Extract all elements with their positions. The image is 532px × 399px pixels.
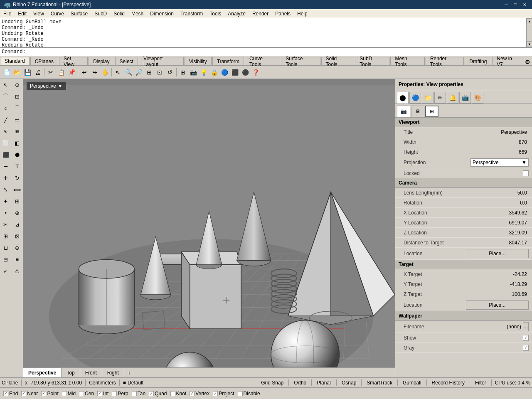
menu-solid[interactable]: Solid bbox=[110, 9, 128, 18]
scroll-down[interactable]: ▼ bbox=[527, 41, 532, 47]
select-tool[interactable]: ↖ bbox=[0, 79, 12, 91]
tab-display[interactable]: Display bbox=[89, 57, 114, 65]
menu-file[interactable]: File bbox=[0, 9, 15, 18]
snap-disable-checkbox[interactable] bbox=[238, 391, 243, 396]
menu-render[interactable]: Render bbox=[249, 9, 272, 18]
rotate-view-button[interactable]: ↺ bbox=[165, 67, 175, 77]
viewport-dropdown-icon[interactable]: ▼ bbox=[58, 83, 63, 89]
prop-locked-checkbox[interactable] bbox=[523, 170, 529, 176]
snap-end-checkbox[interactable]: ✓ bbox=[3, 391, 8, 396]
title-bar-controls[interactable]: ─ □ ✕ bbox=[502, 1, 529, 8]
panel-sub-display[interactable]: 🖥 bbox=[411, 106, 424, 117]
menu-dimension[interactable]: Dimension bbox=[147, 9, 177, 18]
tab-curve-tools[interactable]: Curve Tools bbox=[245, 57, 280, 65]
tab-standard[interactable]: Standard bbox=[0, 57, 30, 65]
tab-cplanes[interactable]: CPlanes bbox=[30, 57, 58, 65]
panel-sub-grid[interactable]: ⊞ bbox=[425, 106, 438, 117]
zoom-extent-button[interactable]: ⊡ bbox=[155, 67, 165, 77]
rect-tool[interactable]: ▭ bbox=[12, 114, 23, 126]
snap-tan-checkbox[interactable] bbox=[132, 391, 137, 396]
panel-sub-camera[interactable]: 📷 bbox=[397, 106, 410, 117]
undo-button[interactable]: ↩ bbox=[79, 67, 89, 77]
sphere-button[interactable]: ⚫ bbox=[240, 67, 250, 77]
panel-tab-object[interactable]: ⬤ bbox=[397, 92, 409, 103]
menu-subd[interactable]: SubD bbox=[91, 9, 110, 18]
panel-tab-folder[interactable]: 📁 bbox=[422, 92, 433, 103]
rotate3d-tool[interactable]: ↻ bbox=[12, 172, 23, 184]
menu-view[interactable]: View bbox=[30, 9, 47, 18]
tab-mesh-tools[interactable]: Mesh Tools bbox=[390, 57, 424, 65]
material-button[interactable]: 🔵 bbox=[219, 67, 229, 77]
snap-int[interactable]: ✓ Int bbox=[96, 391, 110, 397]
minimize-button[interactable]: ─ bbox=[502, 1, 510, 8]
trim-tool[interactable]: ✂ bbox=[0, 219, 12, 230]
snap-perp-checkbox[interactable] bbox=[112, 391, 117, 396]
tab-render-tools[interactable]: Render Tools bbox=[426, 57, 464, 65]
check-tool[interactable]: ✓ bbox=[0, 265, 12, 277]
grid-button[interactable]: ⊞ bbox=[178, 67, 188, 77]
tab-drafting[interactable]: Drafting bbox=[465, 57, 491, 65]
tab-solid-tools[interactable]: Solid Tools bbox=[321, 57, 355, 65]
menu-panels[interactable]: Panels bbox=[272, 9, 294, 18]
camera-place-button[interactable]: Place... bbox=[466, 249, 529, 258]
light-button[interactable]: 💡 bbox=[199, 67, 209, 77]
redo-button[interactable]: ↪ bbox=[90, 67, 100, 77]
open-button[interactable]: 📂 bbox=[12, 67, 22, 77]
panel-tab-view[interactable]: 📺 bbox=[459, 92, 471, 103]
prop-projection-dropdown[interactable]: Perspective ▼ bbox=[470, 158, 529, 167]
snap-mid-checkbox[interactable] bbox=[62, 391, 67, 396]
zoom-in-button[interactable]: 🔍 bbox=[123, 67, 133, 77]
tab-subd-tools[interactable]: SubD Tools bbox=[355, 57, 389, 65]
move-tool[interactable]: ✛ bbox=[0, 172, 12, 184]
ortho-btn[interactable]: Ortho bbox=[292, 380, 308, 386]
snap-project-checkbox[interactable]: ✓ bbox=[213, 391, 218, 396]
join-tool[interactable]: ⊞ bbox=[0, 230, 12, 242]
menu-help[interactable]: Help bbox=[294, 9, 311, 18]
bool-diff-tool[interactable]: ⊖ bbox=[12, 242, 23, 254]
snap-point[interactable]: ✓ Point bbox=[39, 391, 60, 397]
scroll-up[interactable]: ▲ bbox=[527, 18, 532, 24]
group-tool[interactable]: ⊟ bbox=[0, 254, 12, 265]
point-tool[interactable]: • bbox=[0, 207, 12, 219]
snap-cen[interactable]: Cen bbox=[77, 391, 96, 397]
vp-tab-top[interactable]: Top bbox=[62, 368, 80, 377]
settings-icon[interactable]: ⚙ bbox=[525, 59, 530, 65]
select-options[interactable]: ⊙ bbox=[12, 79, 23, 91]
surface-tool[interactable]: ⬜ bbox=[0, 137, 12, 149]
menu-transform[interactable]: Transform bbox=[177, 9, 206, 18]
zoom-window-button[interactable]: ⊞ bbox=[144, 67, 154, 77]
menu-tools[interactable]: Tools bbox=[206, 9, 224, 18]
command-input[interactable]: Command: bbox=[0, 47, 532, 56]
render-button[interactable]: ⬛ bbox=[230, 67, 240, 77]
camera-button[interactable]: 📷 bbox=[188, 67, 198, 77]
maximize-button[interactable]: □ bbox=[511, 1, 520, 8]
snap-near[interactable]: ✓ Near bbox=[20, 391, 39, 397]
tab-setview[interactable]: Set View bbox=[59, 57, 88, 65]
osnap-btn[interactable]: Osnap bbox=[340, 380, 358, 386]
close-button[interactable]: ✕ bbox=[520, 1, 529, 8]
freeform-tool[interactable]: ≋ bbox=[12, 126, 23, 137]
wallpaper-section-header[interactable]: Wallpaper bbox=[395, 311, 532, 321]
snap-tan[interactable]: Tan bbox=[130, 391, 147, 397]
tab-visibility[interactable]: Visibility bbox=[185, 57, 212, 65]
scene-viewport[interactable]: x y z bbox=[23, 79, 395, 377]
scale-tool[interactable]: ⤡ bbox=[0, 184, 12, 195]
curve-tool[interactable]: ∿ bbox=[0, 126, 12, 137]
target-place-button[interactable]: Place... bbox=[466, 300, 529, 310]
snap-disable[interactable]: Disable bbox=[236, 391, 262, 397]
snap-quad[interactable]: ✓ Quad bbox=[147, 391, 168, 397]
command-scrollbar[interactable]: ▲ ▼ bbox=[526, 18, 532, 47]
cut-button[interactable]: ✂ bbox=[46, 67, 56, 77]
panel-tab-bell[interactable]: 🔔 bbox=[447, 92, 458, 103]
snap-quad-checkbox[interactable]: ✓ bbox=[149, 391, 154, 396]
paste-button[interactable]: 📌 bbox=[66, 67, 76, 77]
panel-tab-edit[interactable]: ✏ bbox=[434, 92, 446, 103]
lock-button[interactable]: 🔒 bbox=[209, 67, 219, 77]
prop-show-checkbox[interactable]: ✓ bbox=[523, 335, 529, 341]
snap-vertex-checkbox[interactable]: ✓ bbox=[190, 391, 195, 396]
bool-union-tool[interactable]: ⊔ bbox=[0, 242, 12, 254]
split-tool[interactable]: ⊿ bbox=[12, 219, 23, 230]
wallpaper-browse-button[interactable]: … bbox=[523, 322, 529, 331]
menu-mesh[interactable]: Mesh bbox=[128, 9, 147, 18]
viewport-label[interactable]: Perspective ▼ bbox=[27, 82, 66, 90]
